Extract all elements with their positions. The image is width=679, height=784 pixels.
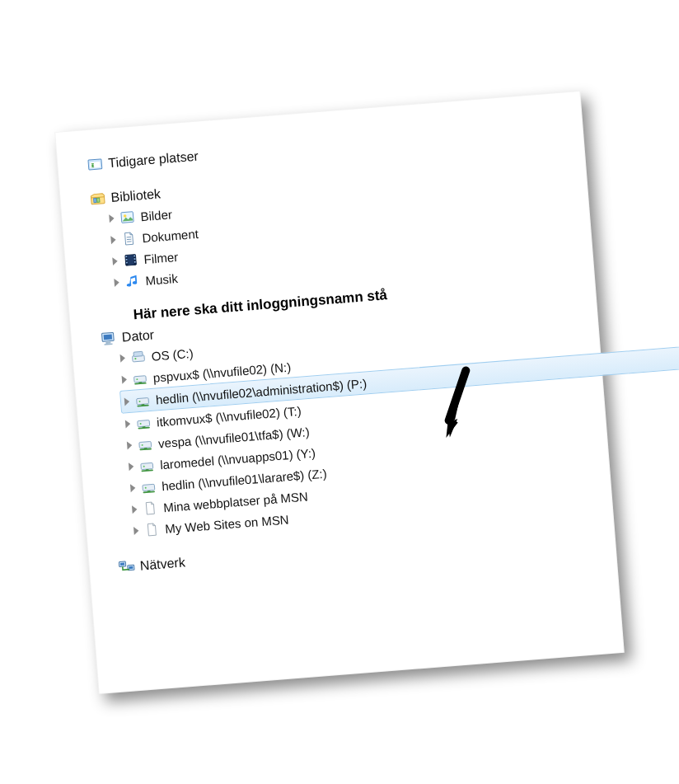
svg-rect-32 (139, 441, 152, 448)
svg-rect-29 (138, 420, 150, 426)
expander-icon[interactable] (130, 483, 136, 491)
page-icon (142, 499, 160, 517)
network-drive-icon (136, 434, 154, 453)
expander-icon[interactable] (112, 256, 118, 265)
expander-icon[interactable] (120, 354, 126, 362)
network-drive-icon (131, 369, 149, 387)
libraries-icon (89, 190, 107, 208)
network-label: Nätverk (139, 555, 185, 573)
recent-places-label: Tidigare platser (108, 148, 199, 171)
film-icon (122, 251, 140, 269)
svg-rect-22 (133, 351, 143, 356)
explorer-navigation-pane: Tidigare platser Bibliotek (54, 90, 625, 693)
expander-icon[interactable] (133, 526, 139, 534)
expander-icon[interactable] (129, 462, 134, 470)
network-drive-icon (134, 414, 152, 432)
library-item-label: Filmer (143, 249, 179, 265)
expander-icon[interactable] (122, 375, 128, 383)
drive-label: OS (C:) (151, 345, 194, 363)
picture-icon (119, 208, 137, 226)
recent-places-icon (87, 155, 105, 173)
svg-rect-23 (134, 375, 147, 382)
svg-rect-3 (94, 198, 96, 202)
svg-rect-4 (97, 198, 100, 202)
hdd-icon (129, 348, 148, 366)
network-icon (118, 558, 136, 576)
library-item-label: Bilder (140, 206, 173, 223)
svg-rect-38 (143, 484, 155, 491)
expander-icon[interactable] (132, 505, 138, 513)
library-item-label: Dokument (142, 226, 199, 244)
expander-icon[interactable] (127, 440, 133, 448)
computer-label: Dator (121, 327, 154, 345)
network-drive-icon (133, 392, 152, 410)
page-icon (143, 520, 162, 538)
expander-icon[interactable] (110, 235, 116, 243)
svg-rect-35 (141, 462, 153, 469)
music-icon (124, 272, 142, 290)
library-item-label: Musik (145, 270, 178, 287)
document-icon (120, 229, 138, 247)
network-drive-icon (138, 456, 156, 474)
expander-icon[interactable] (124, 397, 130, 406)
expander-icon[interactable] (114, 278, 119, 286)
expander-icon[interactable] (109, 214, 115, 222)
network-drive-icon (140, 477, 158, 495)
computer-icon (100, 330, 118, 348)
svg-rect-26 (137, 397, 149, 404)
expander-icon[interactable] (125, 420, 131, 428)
libraries-label: Bibliotek (110, 186, 162, 205)
